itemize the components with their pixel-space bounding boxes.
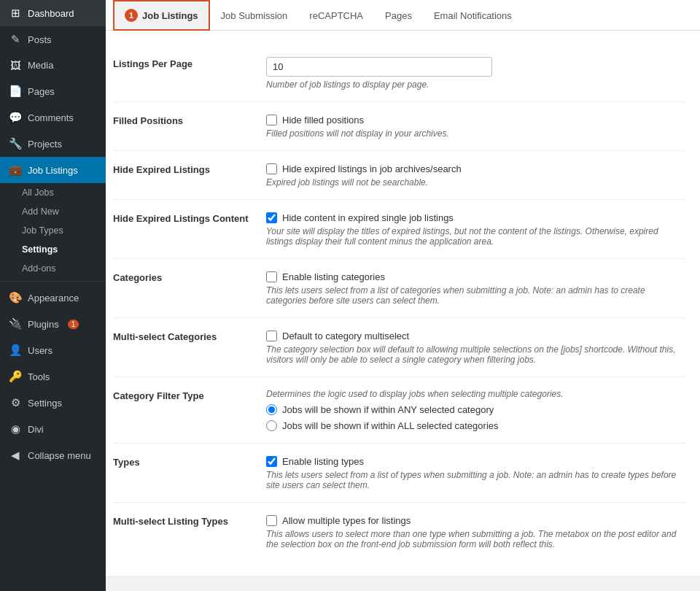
setting-multi-select-categories: Multi-select Categories Default to categ… bbox=[113, 318, 685, 377]
checkbox-label-categories[interactable]: Enable listing categories bbox=[266, 271, 685, 282]
checkbox-label-types[interactable]: Enable listing types bbox=[266, 455, 685, 467]
label-category-filter-type: Category Filter Type bbox=[113, 389, 252, 401]
input-listings-per-page[interactable] bbox=[266, 57, 492, 77]
tab-label-pages: Pages bbox=[385, 10, 412, 21]
radio-text-any: Jobs will be shown if within ANY selecte… bbox=[282, 404, 494, 415]
radio-label-all[interactable]: Jobs will be shown if within ALL selecte… bbox=[266, 420, 685, 431]
radio-group-category-filter: Jobs will be shown if within ANY selecte… bbox=[266, 403, 685, 431]
setting-category-filter-type: Category Filter Type Determines the logi… bbox=[113, 377, 685, 444]
checkbox-label-hide-expired-content[interactable]: Hide content in expired single job listi… bbox=[266, 212, 685, 223]
sidebar-item-comments[interactable]: 💬 Comments bbox=[0, 104, 106, 131]
label-listings-per-page: Listings Per Page bbox=[113, 57, 252, 69]
label-hide-expired-content: Hide Expired Listings Content bbox=[113, 212, 252, 224]
label-types: Types bbox=[113, 455, 252, 468]
sidebar-label-plugins: Plugins bbox=[28, 319, 59, 330]
label-categories: Categories bbox=[113, 271, 252, 283]
label-multi-select-categories: Multi-select Categories bbox=[113, 330, 252, 342]
tools-icon: 🔑 bbox=[9, 370, 22, 383]
sidebar-item-posts[interactable]: ✎ Posts bbox=[0, 26, 106, 53]
plugins-badge: 1 bbox=[68, 320, 79, 329]
tab-badge-job-listings: 1 bbox=[125, 9, 138, 22]
sidebar-item-settings2[interactable]: ⚙ Settings bbox=[0, 390, 106, 416]
sidebar-item-job-listings[interactable]: 💼 Job Listings bbox=[0, 157, 106, 183]
field-multi-select-listing-types: Allow multiple types for listings This a… bbox=[266, 514, 685, 549]
job-listings-icon: 💼 bbox=[9, 163, 22, 177]
label-hide-expired: Hide Expired Listings bbox=[113, 163, 252, 175]
tab-recaptcha[interactable]: reCAPTCHA bbox=[298, 2, 374, 28]
radio-any[interactable] bbox=[266, 404, 277, 415]
sidebar-item-divi[interactable]: ◉ Divi bbox=[0, 416, 106, 442]
checkbox-types[interactable] bbox=[266, 456, 277, 467]
checkbox-label-multi-select[interactable]: Default to category multiselect bbox=[266, 330, 685, 341]
sidebar-item-tools[interactable]: 🔑 Tools bbox=[0, 363, 106, 390]
sidebar-item-media[interactable]: 🖼 Media bbox=[0, 53, 106, 78]
sidebar-item-appearance[interactable]: 🎨 Appearance bbox=[0, 285, 106, 311]
sidebar-label-tools: Tools bbox=[28, 371, 50, 382]
field-listings-per-page: Number of job listings to display per pa… bbox=[266, 57, 685, 90]
sidebar-sub-settings[interactable]: Settings bbox=[0, 240, 106, 259]
sidebar-item-collapse[interactable]: ◀ Collapse menu bbox=[0, 442, 106, 468]
field-filled-positions: Hide filled positions Filled positions w… bbox=[266, 114, 685, 139]
checkbox-hide-expired[interactable] bbox=[266, 163, 277, 174]
checkbox-filled-positions[interactable] bbox=[266, 115, 277, 125]
help-categories: This lets users select from a list of ca… bbox=[266, 285, 685, 306]
sidebar-label-posts: Posts bbox=[28, 34, 52, 45]
sidebar-item-projects[interactable]: 🔧 Projects bbox=[0, 131, 106, 157]
settings2-icon: ⚙ bbox=[9, 396, 22, 409]
description-category-filter: Determines the logic used to display job… bbox=[266, 389, 685, 399]
checkbox-text-filled: Hide filled positions bbox=[282, 115, 364, 125]
checkbox-hide-expired-content[interactable] bbox=[266, 212, 277, 223]
settings-panel: Listings Per Page Number of job listings… bbox=[106, 31, 700, 576]
setting-listings-per-page: Listings Per Page Number of job listings… bbox=[113, 45, 685, 102]
sidebar-label-media: Media bbox=[28, 60, 53, 71]
checkbox-categories[interactable] bbox=[266, 271, 277, 282]
sidebar-divider bbox=[0, 281, 106, 282]
help-hide-expired-content: Your site will display the titles of exp… bbox=[266, 226, 685, 247]
setting-categories: Categories Enable listing categories Thi… bbox=[113, 259, 685, 318]
setting-multi-select-listing-types: Multi-select Listing Types Allow multipl… bbox=[113, 503, 685, 561]
checkbox-label-multi-select-types[interactable]: Allow multiple types for listings bbox=[266, 514, 685, 526]
sidebar-label-dashboard: Dashboard bbox=[28, 8, 74, 19]
checkbox-label-hide-expired[interactable]: Hide expired listings in job archives/se… bbox=[266, 163, 685, 174]
media-icon: 🖼 bbox=[9, 59, 22, 72]
sidebar-item-plugins[interactable]: 🔌 Plugins 1 bbox=[0, 311, 106, 337]
pages-icon: 📄 bbox=[9, 85, 22, 98]
sidebar-item-dashboard[interactable]: ⊞ Dashboard bbox=[0, 0, 106, 26]
setting-filled-positions: Filled Positions Hide filled positions F… bbox=[113, 102, 685, 151]
tab-job-listings[interactable]: 1 Job Listings bbox=[113, 0, 210, 31]
users-icon: 👤 bbox=[9, 344, 22, 357]
tab-label-job-listings: Job Listings bbox=[142, 10, 198, 21]
main-content: 1 Job Listings Job Submission reCAPTCHA … bbox=[106, 0, 700, 591]
sidebar-item-pages[interactable]: 📄 Pages bbox=[0, 78, 106, 104]
tab-pages[interactable]: Pages bbox=[374, 2, 423, 28]
projects-icon: 🔧 bbox=[9, 137, 22, 150]
sidebar-sub-all-jobs[interactable]: All Jobs bbox=[0, 183, 106, 202]
help-filled-positions: Filled positions will not display in you… bbox=[266, 128, 685, 139]
sidebar-sub-add-ons[interactable]: Add-ons bbox=[0, 259, 106, 278]
checkbox-text-categories: Enable listing categories bbox=[282, 271, 385, 282]
help-types: This lets users select from a list of ty… bbox=[266, 470, 685, 490]
label-multi-select-listing-types: Multi-select Listing Types bbox=[113, 514, 252, 527]
setting-hide-expired: Hide Expired Listings Hide expired listi… bbox=[113, 151, 685, 200]
sidebar-label-job-listings: Job Listings bbox=[28, 165, 78, 176]
dashboard-icon: ⊞ bbox=[9, 7, 22, 20]
tab-job-submission[interactable]: Job Submission bbox=[210, 2, 299, 28]
comments-icon: 💬 bbox=[9, 111, 22, 124]
collapse-icon: ◀ bbox=[9, 449, 22, 462]
sidebar-label-appearance: Appearance bbox=[28, 293, 79, 304]
checkbox-multi-select-listing-types[interactable] bbox=[266, 515, 277, 526]
sidebar-sub-add-new[interactable]: Add New bbox=[0, 202, 106, 221]
radio-all[interactable] bbox=[266, 420, 277, 431]
posts-icon: ✎ bbox=[9, 33, 22, 46]
checkbox-label-filled[interactable]: Hide filled positions bbox=[266, 114, 685, 125]
sidebar-label-comments: Comments bbox=[28, 112, 74, 123]
radio-label-any[interactable]: Jobs will be shown if within ANY selecte… bbox=[266, 403, 685, 415]
checkbox-multi-select-categories[interactable] bbox=[266, 331, 277, 341]
divi-icon: ◉ bbox=[9, 422, 22, 436]
radio-text-all: Jobs will be shown if within ALL selecte… bbox=[282, 420, 499, 431]
sidebar-item-users[interactable]: 👤 Users bbox=[0, 337, 106, 363]
field-hide-expired-content: Hide content in expired single job listi… bbox=[266, 212, 685, 247]
tab-email-notifications[interactable]: Email Notifications bbox=[423, 2, 523, 28]
sidebar-sub-job-types[interactable]: Job Types bbox=[0, 221, 106, 240]
checkbox-text-hide-expired: Hide expired listings in job archives/se… bbox=[282, 163, 462, 174]
